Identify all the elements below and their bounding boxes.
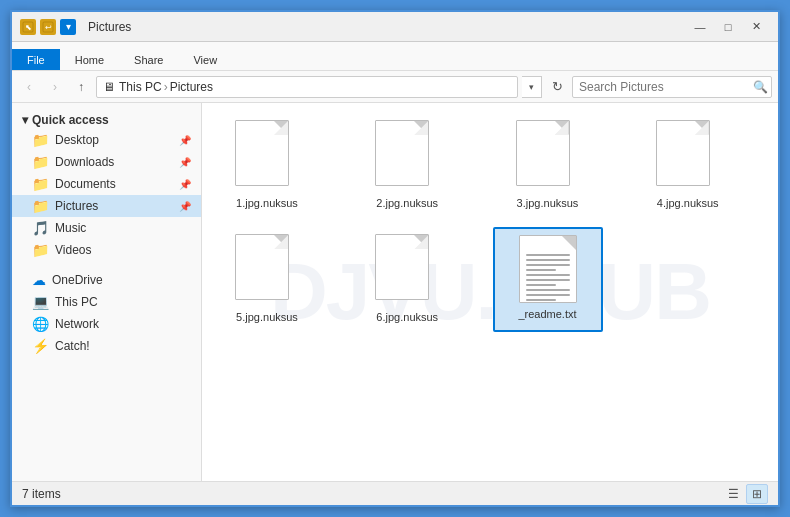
- sidebar-item-music[interactable]: 🎵 Music: [12, 217, 201, 239]
- computer-icon: 🖥: [103, 80, 115, 94]
- file-name-4: 4.jpg.nuksus: [657, 196, 719, 210]
- item-count: 7 items: [22, 487, 61, 501]
- txt-line: [526, 299, 557, 301]
- sidebar-item-label: Pictures: [55, 199, 173, 213]
- sidebar-item-thispc[interactable]: 💻 This PC: [12, 291, 201, 313]
- main-area: ▾ Quick access 📁 Desktop 📌 📁 Downloads 📌…: [12, 103, 778, 481]
- address-dropdown[interactable]: ▾: [522, 76, 542, 98]
- search-box[interactable]: 🔍: [572, 76, 772, 98]
- maximize-button[interactable]: □: [714, 13, 742, 41]
- file-item-4[interactable]: 4.jpg.nuksus: [633, 113, 743, 217]
- sidebar-item-desktop[interactable]: 📁 Desktop 📌: [12, 129, 201, 151]
- sidebar-item-label: This PC: [55, 295, 191, 309]
- file-name-5: 5.jpg.nuksus: [236, 310, 298, 324]
- sidebar-item-label: OneDrive: [52, 273, 191, 287]
- file-page-shape: [235, 234, 289, 300]
- sidebar: ▾ Quick access 📁 Desktop 📌 📁 Downloads 📌…: [12, 103, 202, 481]
- file-item-5[interactable]: 5.jpg.nuksus: [212, 227, 322, 331]
- sidebar-item-downloads[interactable]: 📁 Downloads 📌: [12, 151, 201, 173]
- main-window: ⬉ ↩ ▾ Pictures — □ ✕ File Home Share Vie…: [10, 10, 780, 507]
- sidebar-item-label: Network: [55, 317, 191, 331]
- file-icon-2: [375, 120, 439, 192]
- pin-icon: 📌: [179, 201, 191, 212]
- videos-folder-icon: 📁: [32, 242, 49, 258]
- file-page-shape: [656, 120, 710, 186]
- file-item-1[interactable]: 1.jpg.nuksus: [212, 113, 322, 217]
- file-item-7[interactable]: _readme.txt: [493, 227, 603, 331]
- catch-icon: ⚡: [32, 338, 49, 354]
- txt-file-icon: [519, 235, 577, 303]
- file-page-shape: [235, 120, 289, 186]
- folder-icon: 📁: [32, 198, 49, 214]
- sidebar-item-videos[interactable]: 📁 Videos: [12, 239, 201, 261]
- quick-access-toolbar-icon3: ▾: [60, 19, 76, 35]
- sidebar-item-label: Music: [55, 221, 191, 235]
- file-name-7: _readme.txt: [518, 307, 576, 321]
- view-controls: ☰ ⊞: [722, 484, 768, 504]
- pin-icon: 📌: [179, 135, 191, 146]
- window-controls[interactable]: — □ ✕: [686, 13, 770, 41]
- title-bar: ⬉ ↩ ▾ Pictures — □ ✕: [12, 12, 778, 42]
- minimize-button[interactable]: —: [686, 13, 714, 41]
- file-item-6[interactable]: 6.jpg.nuksus: [352, 227, 462, 331]
- tab-home[interactable]: Home: [60, 49, 119, 70]
- grid-view-button[interactable]: ⊞: [746, 484, 768, 504]
- file-item-3[interactable]: 3.jpg.nuksus: [493, 113, 603, 217]
- path-pictures: Pictures: [170, 80, 213, 94]
- svg-text:⬉: ⬉: [25, 23, 32, 32]
- txt-line: [526, 254, 570, 256]
- ribbon: File Home Share View: [12, 42, 778, 71]
- path-separator1: ›: [164, 80, 168, 94]
- onedrive-icon: ☁: [32, 272, 46, 288]
- file-name-2: 2.jpg.nuksus: [376, 196, 438, 210]
- folder-icon: 📁: [32, 176, 49, 192]
- sidebar-item-label: Downloads: [55, 155, 173, 169]
- sidebar-item-onedrive[interactable]: ☁ OneDrive: [12, 269, 201, 291]
- status-bar: 7 items ☰ ⊞: [12, 481, 778, 505]
- txt-lines: [526, 254, 570, 304]
- chevron-down-icon: ▾: [22, 113, 28, 127]
- txt-line: [526, 269, 557, 271]
- file-item-2[interactable]: 2.jpg.nuksus: [352, 113, 462, 217]
- address-path[interactable]: 🖥 This PC › Pictures: [96, 76, 518, 98]
- up-button[interactable]: ↑: [70, 76, 92, 98]
- txt-line: [526, 279, 570, 281]
- sidebar-item-label: Videos: [55, 243, 191, 257]
- sidebar-item-network[interactable]: 🌐 Network: [12, 313, 201, 335]
- file-icon-5: [235, 234, 299, 306]
- file-icon-1: [235, 120, 299, 192]
- txt-line: [526, 274, 570, 276]
- tab-view[interactable]: View: [178, 49, 232, 70]
- list-view-button[interactable]: ☰: [722, 484, 744, 504]
- computer-icon: 💻: [32, 294, 49, 310]
- txt-line: [526, 294, 570, 296]
- folder-icon: 📁: [32, 154, 49, 170]
- quick-access-toolbar-icon1: ⬉: [20, 19, 36, 35]
- txt-line: [526, 259, 570, 261]
- quick-access-header[interactable]: ▾ Quick access: [12, 109, 201, 129]
- forward-button[interactable]: ›: [44, 76, 66, 98]
- file-page-shape: [375, 120, 429, 186]
- sidebar-item-catch[interactable]: ⚡ Catch!: [12, 335, 201, 357]
- file-name-6: 6.jpg.nuksus: [376, 310, 438, 324]
- file-icon-6: [375, 234, 439, 306]
- back-button[interactable]: ‹: [18, 76, 40, 98]
- search-input[interactable]: [573, 80, 749, 94]
- tab-file[interactable]: File: [12, 49, 60, 70]
- folder-icon: 📁: [32, 132, 49, 148]
- sidebar-item-documents[interactable]: 📁 Documents 📌: [12, 173, 201, 195]
- tab-share[interactable]: Share: [119, 49, 178, 70]
- quick-access-label: Quick access: [32, 113, 109, 127]
- refresh-button[interactable]: ↻: [546, 76, 568, 98]
- svg-text:↩: ↩: [45, 23, 52, 32]
- pin-icon: 📌: [179, 179, 191, 190]
- search-icon[interactable]: 🔍: [749, 77, 771, 97]
- file-area: DJVU.CLUB 1.jpg.nuksus 2.jpg: [202, 103, 778, 481]
- path-thispc: This PC: [119, 80, 162, 94]
- file-page-shape: [516, 120, 570, 186]
- sidebar-item-label: Catch!: [55, 339, 191, 353]
- close-button[interactable]: ✕: [742, 13, 770, 41]
- title-bar-icons: ⬉ ↩ ▾: [20, 19, 76, 35]
- sidebar-item-pictures[interactable]: 📁 Pictures 📌: [12, 195, 201, 217]
- network-icon: 🌐: [32, 316, 49, 332]
